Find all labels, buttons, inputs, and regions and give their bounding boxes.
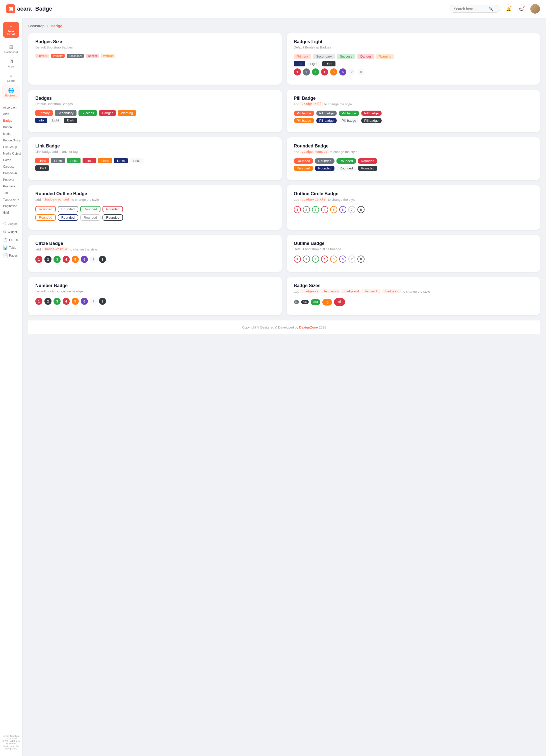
widget-icon: ⚙ xyxy=(3,230,7,234)
card-grid: Badges Size Default Bootstrap Badges Pri… xyxy=(28,33,540,315)
sidebar-sub-button[interactable]: Button xyxy=(0,124,22,131)
sidebar-item-pages[interactable]: 📄 Pages xyxy=(0,251,22,259)
badge-circle: 4 xyxy=(321,68,328,75)
sidebar-sub-accordion[interactable]: Accordion xyxy=(0,104,22,111)
bootstrap-icon: 🌐 xyxy=(8,87,14,93)
badge: Pill badge xyxy=(316,111,337,116)
badge: Success xyxy=(79,110,97,116)
search-icon: 🔍 xyxy=(489,7,493,11)
badge: Rounded xyxy=(103,214,123,221)
sidebar-sub-tab[interactable]: Tab xyxy=(0,190,22,196)
card-badges-size: Badges Size Default Bootstrap Badges Pri… xyxy=(28,33,282,85)
badge: Rounded xyxy=(80,214,101,221)
badge: Danger xyxy=(357,54,374,59)
card-subtitle: Default bootstrap outline baadge xyxy=(294,247,533,251)
sidebar-item-charts[interactable]: ≡ Charts xyxy=(2,71,20,84)
sidebar-sub-pagination[interactable]: Pagination xyxy=(0,203,22,209)
new-event-button[interactable]: + New Event xyxy=(3,22,19,38)
card-circle-badge: Circle Badge add .badge-circle to change… xyxy=(28,235,282,272)
code-snippet: .badge-lg xyxy=(361,289,381,293)
badge: Pill badge xyxy=(316,118,337,123)
breadcrumb-current: Badge xyxy=(51,24,62,28)
badge: 4 xyxy=(321,206,328,213)
sidebar-item-dashboard[interactable]: ⊞ Dashboard xyxy=(2,42,20,56)
sidebar-item-forms[interactable]: 📋 Forms xyxy=(0,236,22,244)
sidebar-sub-dropdown[interactable]: Dropdown xyxy=(0,170,22,177)
badge: 6 xyxy=(339,256,346,263)
badge: Danger xyxy=(99,110,116,116)
badge: Warning xyxy=(376,54,394,59)
badge: Rounded xyxy=(103,206,123,212)
badge: Rounded xyxy=(294,166,313,171)
badge: 8 xyxy=(357,256,364,263)
sidebar-sub-media-object[interactable]: Media Object xyxy=(0,150,22,157)
card-outline-badge: Outline Badge Default bootstrap outline … xyxy=(287,235,540,272)
sidebar-sub-typography[interactable]: Typography xyxy=(0,196,22,203)
badge-link[interactable]: Links xyxy=(114,158,128,163)
sidebar-label-charts: Charts xyxy=(7,79,15,82)
card-subtitle: Default bootstrap outline baadge xyxy=(35,289,274,293)
badge: Rounded xyxy=(315,166,334,171)
breadcrumb: Bootstrap / Badge xyxy=(28,24,540,28)
badge: 5 xyxy=(330,256,337,263)
badge: Rounded xyxy=(294,158,313,164)
sidebar-sub-alert[interactable]: Alert xyxy=(0,111,22,117)
forms-icon: 📋 xyxy=(3,237,8,242)
card-subtitle: Default Bootstrap Badges xyxy=(35,102,274,106)
sidebar-item-table[interactable]: 📊 Table xyxy=(0,244,22,251)
sidebar-sub-modal[interactable]: Modal xyxy=(0,131,22,137)
badge-link[interactable]: Links xyxy=(130,158,143,163)
sidebar-sub-button-group[interactable]: Button Group xyxy=(0,137,22,144)
card-title: Outline Badge xyxy=(294,241,533,246)
card-subtitle: add .badge-circle to change the style xyxy=(35,247,274,251)
badge-secondary: Secondary xyxy=(67,54,84,58)
notification-dot xyxy=(510,6,512,8)
badge-xs: xs xyxy=(294,300,299,304)
card-title: Rounded Outline Badge xyxy=(35,191,274,196)
badge: Rounded xyxy=(315,158,334,164)
search-box[interactable]: 🔍 xyxy=(450,5,500,13)
badge: 5 xyxy=(330,206,337,213)
badge: 8 xyxy=(99,256,106,263)
sidebar-item-apps[interactable]: 🖥 Apps xyxy=(2,57,20,70)
badge-link[interactable]: Links xyxy=(98,158,112,163)
badge: 2 xyxy=(44,298,52,305)
badge-link[interactable]: Links xyxy=(35,158,49,163)
badge-link[interactable]: Links xyxy=(35,165,49,171)
badge-link[interactable]: Links xyxy=(67,158,81,163)
apps-icon: 🖥 xyxy=(9,59,14,64)
card-subtitle: add .badge-rounded to change the style xyxy=(294,150,533,154)
sidebar-sub-badge[interactable]: Badge xyxy=(0,117,22,124)
badge-circle: 1 xyxy=(294,68,301,75)
notification-button[interactable]: 🔔 xyxy=(504,4,513,13)
card-badges-light: Badges Light Default Bootstrap Badges Pr… xyxy=(287,33,540,85)
badge-row: 1 2 3 4 5 6 7 8 xyxy=(294,256,533,263)
sidebar-sub-list-group[interactable]: List Group xyxy=(0,144,22,150)
sidebar-sub-popover[interactable]: Popover xyxy=(0,177,22,183)
badge-circle: 6 xyxy=(339,68,346,75)
sidebar-item-bootstrap[interactable]: 🌐 Bootstrap xyxy=(2,85,20,99)
search-input[interactable] xyxy=(454,7,487,11)
card-badge-sizes: Badge Sizes add .badge-xs .badge-sm .bad… xyxy=(287,277,540,315)
sidebar-sub-grid[interactable]: Grid xyxy=(0,209,22,216)
card-rounded-outline-badge: Rounded Outline Badge add .badge-rounded… xyxy=(28,185,282,230)
badge: 8 xyxy=(357,206,364,213)
sidebar-item-plugins[interactable]: ♡ Plugins xyxy=(0,220,22,228)
badge-row: 1 2 3 4 5 6 7 8 xyxy=(35,298,274,305)
badge-link[interactable]: Links xyxy=(83,158,96,163)
message-button[interactable]: 💬 xyxy=(517,4,526,13)
badge: 1 xyxy=(35,298,42,305)
badge-danger-light: Danger xyxy=(86,54,99,58)
badge: Primary xyxy=(35,110,53,116)
sidebar-sub-carousel[interactable]: Carousel xyxy=(0,163,22,170)
page-footer: Copyright © Designed & Developed by Dexi… xyxy=(28,320,540,334)
badge-lg: lg xyxy=(322,299,332,306)
badge-link[interactable]: Links xyxy=(51,158,65,163)
badge-row-2: Info Light Dark xyxy=(294,61,533,66)
sidebar-label-dashboard: Dashboard xyxy=(4,51,18,54)
sidebar-sub-cards[interactable]: Cards xyxy=(0,157,22,163)
avatar[interactable] xyxy=(530,4,540,14)
badge: 5 xyxy=(72,298,79,305)
sidebar-sub-progress[interactable]: Progress xyxy=(0,183,22,190)
sidebar-item-widget[interactable]: ⚙ Widget xyxy=(0,228,22,236)
